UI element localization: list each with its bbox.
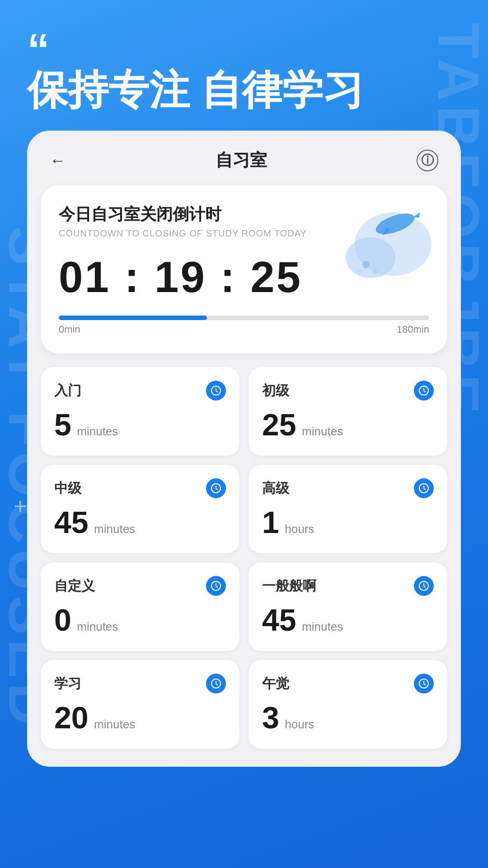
time-item-value-row: 45 minutes <box>54 505 226 540</box>
progress-bar-fill <box>59 316 207 320</box>
time-item[interactable]: 午觉 3 hours <box>249 660 447 749</box>
time-item-number: 5 <box>54 407 71 442</box>
time-item-unit: minutes <box>302 425 343 438</box>
time-item-unit: hours <box>285 717 314 731</box>
info-button[interactable]: ⓘ <box>417 150 438 171</box>
time-item[interactable]: 初级 25 minutes <box>249 367 447 456</box>
time-item[interactable]: 自定义 0 minutes <box>41 562 239 651</box>
quote-mark-open: “ <box>27 36 461 63</box>
info-icon: ⓘ <box>421 152 434 169</box>
app-header: ← 自习室 ⓘ <box>27 131 461 181</box>
time-item-value-row: 25 minutes <box>262 407 434 442</box>
countdown-illustration <box>334 199 434 289</box>
clock-icon <box>206 478 226 498</box>
time-item-header: 一般般啊 <box>262 576 434 596</box>
header-section: “ 保持专注 自律学习 <box>0 0 488 131</box>
time-item-unit: minutes <box>77 425 118 438</box>
time-item-number: 20 <box>54 700 89 735</box>
page-title: 自习室 <box>216 149 267 172</box>
time-item-number: 3 <box>262 700 279 735</box>
clock-icon <box>414 381 434 401</box>
svg-point-8 <box>357 269 361 274</box>
time-item-header: 自定义 <box>54 576 226 596</box>
svg-point-6 <box>362 261 370 268</box>
progress-labels: 0min 180min <box>59 324 429 335</box>
svg-point-7 <box>372 269 378 274</box>
time-item-unit: minutes <box>302 620 343 633</box>
progress-container: 0min 180min <box>59 316 429 335</box>
time-item-name: 中级 <box>54 479 81 498</box>
time-item-value-row: 0 minutes <box>54 602 226 637</box>
time-item-name: 学习 <box>54 675 81 693</box>
main-card: ← 自习室 ⓘ <box>27 131 461 767</box>
time-item[interactable]: 中级 45 minutes <box>41 465 239 553</box>
clock-icon <box>206 381 226 401</box>
time-items-grid: 入门 5 minutes 初级 25 minutes <box>27 367 461 749</box>
clock-icon <box>206 576 226 596</box>
time-item-number: 45 <box>262 603 296 637</box>
time-item-value-row: 45 minutes <box>262 602 434 637</box>
time-item-header: 入门 <box>54 381 226 401</box>
clock-icon <box>414 576 434 596</box>
progress-start-label: 0min <box>59 324 80 335</box>
time-item-header: 高级 <box>262 478 434 498</box>
time-item-unit: hours <box>285 522 314 536</box>
time-item-number: 0 <box>54 603 71 637</box>
time-item-header: 初级 <box>262 381 434 401</box>
svg-point-1 <box>346 237 395 278</box>
time-item-value-row: 1 hours <box>262 505 434 540</box>
time-item-header: 中级 <box>54 478 226 498</box>
time-item-unit: minutes <box>77 620 118 633</box>
clock-icon <box>414 478 434 498</box>
time-item-name: 入门 <box>54 382 81 400</box>
time-item-unit: minutes <box>94 522 135 536</box>
time-item-name: 一般般啊 <box>262 577 316 595</box>
plus-decoration-1: + <box>14 493 27 519</box>
time-item-number: 25 <box>262 407 296 442</box>
time-item-value-row: 5 minutes <box>54 407 226 442</box>
countdown-card: 今日自习室关闭倒计时 COUNTDOWN TO CLOSING OF STUDY… <box>41 185 447 354</box>
time-item[interactable]: 高级 1 hours <box>249 465 447 553</box>
time-item-header: 午觉 <box>262 674 434 693</box>
progress-end-label: 180min <box>397 324 429 335</box>
time-item[interactable]: 一般般啊 45 minutes <box>249 562 447 651</box>
time-item[interactable]: 学习 20 minutes <box>41 660 239 749</box>
time-item-value-row: 3 hours <box>262 700 434 735</box>
time-item-unit: minutes <box>94 717 135 731</box>
time-item-number: 45 <box>54 505 89 539</box>
time-item-value-row: 20 minutes <box>54 700 226 735</box>
time-item-name: 初级 <box>262 382 289 400</box>
back-button[interactable]: ← <box>50 151 66 170</box>
time-item-number: 1 <box>262 505 279 539</box>
time-item[interactable]: 入门 5 minutes <box>41 367 239 456</box>
time-item-header: 学习 <box>54 674 226 693</box>
time-item-name: 午觉 <box>262 675 289 693</box>
header-quote-text: 保持专注 自律学习 <box>27 68 461 113</box>
time-item-name: 高级 <box>262 479 289 498</box>
progress-bar-background <box>59 316 429 320</box>
clock-icon <box>414 674 434 693</box>
clock-icon <box>206 674 226 693</box>
time-item-name: 自定义 <box>54 577 95 595</box>
